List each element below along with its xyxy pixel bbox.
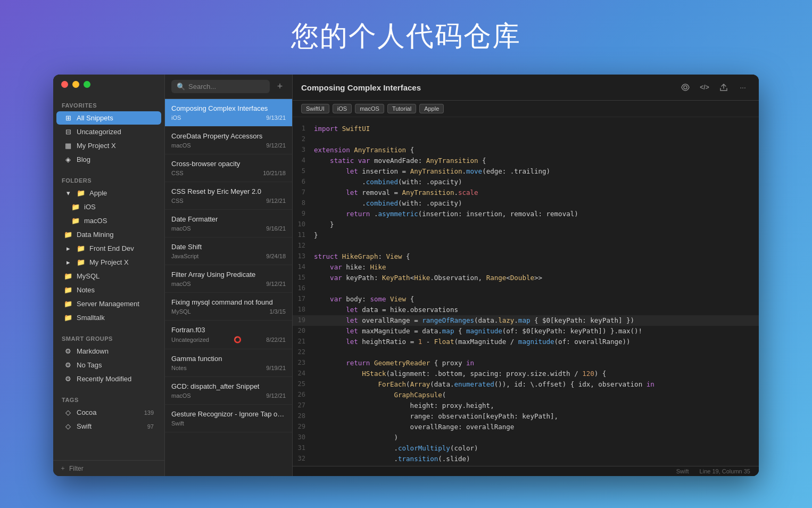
snippet-meta: macOS 9/12/21 <box>171 281 286 287</box>
sidebar-item-data-mining[interactable]: 📁 Data Mining <box>56 228 161 241</box>
code-line-24: 24 HStack(alignment: .bottom, spacing: p… <box>293 368 759 379</box>
share-button[interactable] <box>716 80 731 95</box>
tag-tutorial[interactable]: Tutorial <box>387 104 416 113</box>
code-line-9: 9 return .asymmetric(insertion: insertio… <box>293 209 759 219</box>
sidebar-item-apple[interactable]: ▾ 📁 Apple <box>56 186 161 200</box>
snippet-meta: iOS 9/13/21 <box>171 114 286 121</box>
folder-icon: 📁 <box>64 314 72 322</box>
snippet-lang: Uncategorized <box>171 337 209 343</box>
folder-icon: 📁 <box>77 244 85 252</box>
line-content: static var moveAndFade: AnyTransition { <box>314 155 750 166</box>
folder-icon: 📁 <box>64 300 72 308</box>
tag-icon: ◇ <box>64 408 72 416</box>
sidebar-item-mysql[interactable]: 📁 MySQL <box>56 269 161 283</box>
line-content: return GeometryReader { proxy in <box>314 358 750 368</box>
maximize-button[interactable] <box>84 81 90 88</box>
line-content: let heightRatio = 1 - Float(maxMagnitude… <box>314 337 750 347</box>
sidebar-item-label: Server Management <box>77 300 139 308</box>
snippet-title: Date Shift <box>171 243 286 251</box>
tags-section: Tags ◇ Cocoa 139 ◇ Swift 97 <box>53 390 164 433</box>
snippet-date: 9/24/18 <box>266 253 286 259</box>
snippet-item-fixing-mysql[interactable]: Fixing mysql command not found MySQL 1/3… <box>165 293 292 321</box>
page-title-area: 您的个人代码仓库 <box>0 0 812 72</box>
line-number: 12 <box>293 241 314 251</box>
snippet-lang: CSS <box>171 170 184 176</box>
line-number: 16 <box>293 283 314 294</box>
snippet-item-fortran[interactable]: Fortran.f03 Uncategorized ⭕ 8/22/21 <box>165 321 292 349</box>
line-number: 15 <box>293 273 314 283</box>
sidebar-item-uncategorized[interactable]: ⊟ Uncategorized <box>56 125 161 138</box>
sidebar-item-swift[interactable]: ◇ Swift 97 <box>56 420 161 433</box>
line-content: extension AnyTransition { <box>314 145 750 155</box>
sidebar-item-blog[interactable]: ◈ Blog <box>56 153 161 166</box>
code-line-28: 28 range: observation[keyPath: keyPath], <box>293 411 759 422</box>
line-number: 10 <box>293 219 314 230</box>
search-icon: 🔍 <box>177 83 185 91</box>
snippet-item-date-shift[interactable]: Date Shift JavaScript 9/24/18 <box>165 237 292 265</box>
sidebar-item-smalltalk[interactable]: 📁 Smalltalk <box>56 311 161 324</box>
sidebar-item-all-snippets[interactable]: ⊞ All Snippets <box>56 111 161 125</box>
close-button[interactable] <box>61 81 68 88</box>
code-view-button[interactable]: </> <box>697 80 712 95</box>
tag-macos[interactable]: macOS <box>355 104 384 113</box>
line-content: .colorMultiply(color) <box>314 443 750 454</box>
line-number: 25 <box>293 379 314 390</box>
code-line-13: 13 struct HikeGraph: View { <box>293 251 759 262</box>
tag-icon: ◈ <box>64 155 72 163</box>
code-line-1: 1 import SwiftUI <box>293 124 759 134</box>
snippet-item-css-reset[interactable]: CSS Reset by Eric Meyer 2.0 CSS 9/12/21 <box>165 182 292 210</box>
snippet-item-coredata[interactable]: CoreData Property Accessors macOS 9/12/2… <box>165 127 292 154</box>
svg-point-0 <box>684 86 687 89</box>
line-number: 9 <box>293 209 314 219</box>
sidebar-item-my-project-x[interactable]: ▦ My Project X <box>56 139 161 152</box>
minimize-button[interactable] <box>72 81 79 88</box>
sidebar-item-markdown[interactable]: ⚙ Markdown <box>56 345 161 358</box>
line-content: ForEach(Array(data.enumerated()), id: \.… <box>314 379 750 390</box>
sidebar-item-my-project-x-folder[interactable]: ▸ 📁 My Project X <box>56 256 161 269</box>
tag-apple[interactable]: Apple <box>419 104 444 113</box>
line-number: 2 <box>293 134 314 145</box>
main-window: Favorites ⊞ All Snippets ⊟ Uncategorized… <box>53 75 759 476</box>
tag-ios[interactable]: iOS <box>333 104 352 113</box>
sidebar-item-no-tags[interactable]: ⚙ No Tags <box>56 358 161 372</box>
line-content: } <box>314 219 750 230</box>
line-content: ) <box>314 432 750 443</box>
search-box[interactable]: 🔍 Search... <box>171 80 270 93</box>
sidebar-item-notes[interactable]: 📁 Notes <box>56 283 161 297</box>
snippet-date: 9/12/21 <box>266 392 286 399</box>
snippet-item-filter-array[interactable]: Filter Array Using Predicate macOS 9/12/… <box>165 265 292 293</box>
sidebar-item-ios[interactable]: 📁 iOS <box>56 200 161 214</box>
more-options-button[interactable]: ··· <box>735 80 750 95</box>
snippet-item-date-formatter[interactable]: Date Formatter macOS 9/16/21 <box>165 210 292 237</box>
chevron-right-icon: ▸ <box>64 244 72 252</box>
preview-button[interactable] <box>678 80 693 95</box>
line-content: struct HikeGraph: View { <box>314 251 750 262</box>
sidebar-item-front-end-dev[interactable]: ▸ 📁 Front End Dev <box>56 242 161 255</box>
sidebar-item-recently-modified[interactable]: ⚙ Recently Modified <box>56 372 161 386</box>
line-number: 14 <box>293 262 314 273</box>
sidebar-item-macos[interactable]: 📁 macOS <box>56 214 161 227</box>
code-editor[interactable]: 1 import SwiftUI 2 3 extension AnyTransi… <box>293 117 759 466</box>
code-line-7: 7 let removal = AnyTransition.scale <box>293 187 759 198</box>
snippet-item-gesture[interactable]: Gesture Recognizor - Ignore Tap on... Sw… <box>165 405 292 432</box>
snippet-lang: Swift <box>171 420 184 427</box>
code-line-4: 4 static var moveAndFade: AnyTransition … <box>293 155 759 166</box>
line-number: 31 <box>293 443 314 454</box>
code-line-23: 23 return GeometryReader { proxy in <box>293 358 759 368</box>
sidebar-item-server-management[interactable]: 📁 Server Management <box>56 297 161 310</box>
snippet-meta: CSS 9/12/21 <box>171 198 286 204</box>
code-line-26: 26 GraphCapsule( <box>293 390 759 400</box>
filter-bar[interactable]: ＋ Filter <box>53 460 164 476</box>
tag-swiftui[interactable]: SwiftUI <box>301 104 329 113</box>
snippet-title: Date Formatter <box>171 215 286 223</box>
sidebar-item-cocoa[interactable]: ◇ Cocoa 139 <box>56 406 161 419</box>
snippet-items: Composing Complex Interfaces iOS 9/13/21… <box>165 99 292 476</box>
line-content: var body: some View { <box>314 294 750 305</box>
snippet-item-cross-browser[interactable]: Cross-browser opacity CSS 10/21/18 <box>165 154 292 182</box>
snippet-item-gamma[interactable]: Gamma function Notes 9/19/21 <box>165 349 292 377</box>
snippet-item-composing[interactable]: Composing Complex Interfaces iOS 9/13/21 <box>165 99 292 127</box>
sidebar-item-label: Blog <box>77 155 90 163</box>
sidebar-item-label: Markdown <box>77 347 109 355</box>
snippet-item-gcd[interactable]: GCD: dispatch_after Snippet macOS 9/12/2… <box>165 377 292 405</box>
add-snippet-button[interactable]: + <box>274 81 286 93</box>
